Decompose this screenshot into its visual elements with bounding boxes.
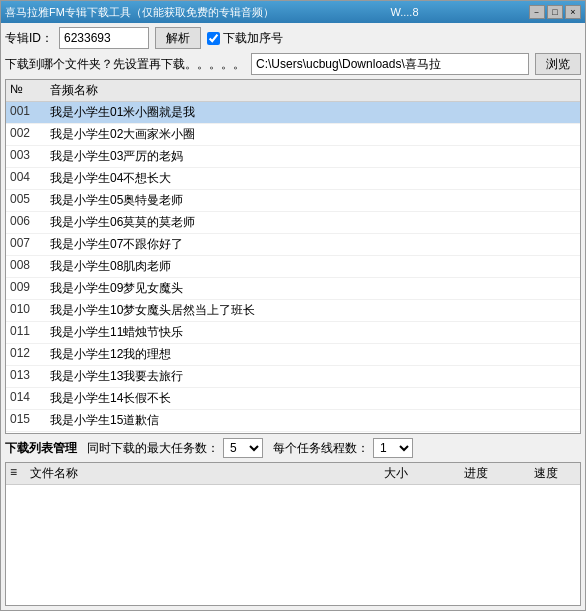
content-area: 专辑ID： 解析 下载加序号 下载到哪个文件夹？先设置再下载。。。。。 浏览 №… <box>1 23 585 610</box>
track-item[interactable]: 012我是小学生12我的理想 <box>6 344 580 366</box>
track-num: 012 <box>10 346 50 363</box>
track-list-section: № 音频名称 001我是小学生01米小圈就是我002我是小学生02大画家米小圈0… <box>5 79 581 434</box>
browse-button[interactable]: 浏览 <box>535 53 581 75</box>
track-num: 015 <box>10 412 50 429</box>
track-name: 我是小学生05奥特曼老师 <box>50 192 576 209</box>
track-name: 我是小学生12我的理想 <box>50 346 576 363</box>
encode-checkbox-label: 下载加序号 <box>207 30 283 47</box>
window-subtitle: W....8 <box>390 6 418 18</box>
track-list[interactable]: 001我是小学生01米小圈就是我002我是小学生02大画家米小圈003我是小学生… <box>6 102 580 433</box>
track-item[interactable]: 014我是小学生14长假不长 <box>6 388 580 410</box>
track-item[interactable]: 007我是小学生07不跟你好了 <box>6 234 580 256</box>
dl-progress-col: 进度 <box>436 465 516 482</box>
track-num: 010 <box>10 302 50 319</box>
track-list-header: № 音频名称 <box>6 80 580 102</box>
main-window: 喜马拉雅FM专辑下载工具（仅能获取免费的专辑音频） W....8 － □ × 专… <box>0 0 586 611</box>
track-name: 我是小学生08肌肉老师 <box>50 258 576 275</box>
track-name: 我是小学生01米小圈就是我 <box>50 104 576 121</box>
col-name-header: 音频名称 <box>50 82 576 99</box>
path-input[interactable] <box>251 53 529 75</box>
max-tasks-label: 同时下载的最大任务数： <box>87 440 219 457</box>
dl-icon-col: ≡ <box>10 465 30 482</box>
track-num: 004 <box>10 170 50 187</box>
track-num: 013 <box>10 368 50 385</box>
top-section: 专辑ID： 解析 下载加序号 下载到哪个文件夹？先设置再下载。。。。。 浏览 <box>5 27 581 75</box>
track-name: 我是小学生06莫莫的莫老师 <box>50 214 576 231</box>
encode-checkbox[interactable] <box>207 32 220 45</box>
track-name: 我是小学生11蜡烛节快乐 <box>50 324 576 341</box>
track-item[interactable]: 001我是小学生01米小圈就是我 <box>6 102 580 124</box>
track-num: 014 <box>10 390 50 407</box>
download-manager-section: 下载列表管理 同时下载的最大任务数： 12345678 每个任务线程数： 123… <box>5 438 581 606</box>
track-name: 我是小学生02大画家米小圈 <box>50 126 576 143</box>
track-num: 003 <box>10 148 50 165</box>
track-item[interactable]: 005我是小学生05奥特曼老师 <box>6 190 580 212</box>
track-name: 我是小学生14长假不长 <box>50 390 576 407</box>
track-name: 我是小学生03严厉的老妈 <box>50 148 576 165</box>
track-item[interactable]: 011我是小学生11蜡烛节快乐 <box>6 322 580 344</box>
threads-label: 每个任务线程数： <box>273 440 369 457</box>
download-path-label: 下载到哪个文件夹？先设置再下载。。。。。 <box>5 56 245 73</box>
track-name: 我是小学生13我要去旅行 <box>50 368 576 385</box>
threads-select[interactable]: 1234 <box>373 438 413 458</box>
manager-title: 下载列表管理 <box>5 440 77 457</box>
track-num: 011 <box>10 324 50 341</box>
track-num: 002 <box>10 126 50 143</box>
minimize-button[interactable]: － <box>529 5 545 19</box>
track-item[interactable]: 010我是小学生10梦女魔头居然当上了班长 <box>6 300 580 322</box>
col-num-header: № <box>10 82 50 99</box>
track-item[interactable]: 004我是小学生04不想长大 <box>6 168 580 190</box>
parse-button[interactable]: 解析 <box>155 27 201 49</box>
track-item[interactable]: 008我是小学生08肌肉老师 <box>6 256 580 278</box>
threads-option: 每个任务线程数： 1234 <box>273 438 413 458</box>
max-tasks-option: 同时下载的最大任务数： 12345678 <box>87 438 263 458</box>
track-name: 我是小学生15道歉信 <box>50 412 576 429</box>
track-item[interactable]: 006我是小学生06莫莫的莫老师 <box>6 212 580 234</box>
track-item[interactable]: 009我是小学生09梦见女魔头 <box>6 278 580 300</box>
manager-controls-row: 下载列表管理 同时下载的最大任务数： 12345678 每个任务线程数： 123… <box>5 438 581 458</box>
close-button[interactable]: × <box>565 5 581 19</box>
download-rows <box>6 485 580 605</box>
track-num: 001 <box>10 104 50 121</box>
download-path-row: 下载到哪个文件夹？先设置再下载。。。。。 浏览 <box>5 53 581 75</box>
track-item[interactable]: 015我是小学生15道歉信 <box>6 410 580 432</box>
dl-speed-col: 速度 <box>516 465 576 482</box>
track-name: 我是小学生10梦女魔头居然当上了班长 <box>50 302 576 319</box>
track-num: 005 <box>10 192 50 209</box>
track-item[interactable]: 003我是小学生03严厉的老妈 <box>6 146 580 168</box>
encode-label: 下载加序号 <box>223 30 283 47</box>
album-id-label: 专辑ID： <box>5 30 53 47</box>
download-table: ≡ 文件名称 大小 进度 速度 <box>5 462 581 606</box>
track-item[interactable]: 013我是小学生13我要去旅行 <box>6 366 580 388</box>
track-name: 我是小学生04不想长大 <box>50 170 576 187</box>
window-controls: － □ × <box>529 5 581 19</box>
window-title: 喜马拉雅FM专辑下载工具（仅能获取免费的专辑音频） <box>5 5 274 20</box>
track-item[interactable]: 002我是小学生02大画家米小圈 <box>6 124 580 146</box>
album-id-input[interactable] <box>59 27 149 49</box>
dl-size-col: 大小 <box>356 465 436 482</box>
track-num: 009 <box>10 280 50 297</box>
track-name: 我是小学生09梦见女魔头 <box>50 280 576 297</box>
dl-name-col: 文件名称 <box>30 465 356 482</box>
album-row: 专辑ID： 解析 下载加序号 <box>5 27 581 49</box>
track-num: 008 <box>10 258 50 275</box>
track-num: 006 <box>10 214 50 231</box>
title-bar: 喜马拉雅FM专辑下载工具（仅能获取免费的专辑音频） W....8 － □ × <box>1 1 585 23</box>
track-name: 我是小学生07不跟你好了 <box>50 236 576 253</box>
maximize-button[interactable]: □ <box>547 5 563 19</box>
track-num: 007 <box>10 236 50 253</box>
download-table-header: ≡ 文件名称 大小 进度 速度 <box>6 463 580 485</box>
max-tasks-select[interactable]: 12345678 <box>223 438 263 458</box>
